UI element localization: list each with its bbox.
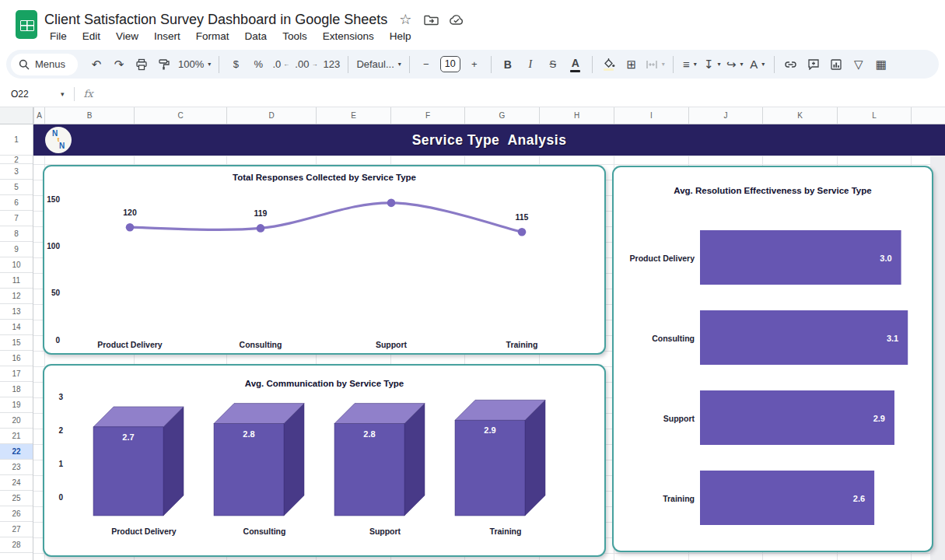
row-header-7[interactable]: 7: [0, 211, 33, 226]
row-header-22[interactable]: 22: [0, 444, 33, 460]
row-header-20[interactable]: 20: [0, 413, 33, 429]
column-header-E[interactable]: E: [316, 107, 390, 124]
menu-file[interactable]: File: [44, 29, 72, 44]
column-header-G[interactable]: G: [464, 107, 539, 124]
chart-total-responses[interactable]: Total Responses Collected by Service Typ…: [43, 165, 606, 355]
strikethrough-icon[interactable]: S: [544, 54, 562, 75]
document-title[interactable]: Client Satisfaction Survey Dashboard in …: [44, 12, 387, 28]
row-header-14[interactable]: 14: [0, 320, 33, 335]
menu-insert[interactable]: Insert: [149, 29, 186, 44]
column-header-D[interactable]: D: [226, 107, 316, 124]
cat-text: Support: [663, 414, 695, 423]
row-header-26[interactable]: 26: [0, 506, 33, 522]
cat-text: Training: [663, 494, 695, 503]
row-header-28[interactable]: 28: [0, 537, 33, 553]
increase-decimal-icon[interactable]: .00→: [295, 54, 317, 75]
row-header-2[interactable]: 2: [0, 156, 33, 164]
row-header-16[interactable]: 16: [0, 351, 33, 366]
dashboard-banner[interactable]: N t N Service Type Analysis: [33, 124, 945, 156]
italic-icon[interactable]: I: [522, 54, 539, 75]
row-header-5[interactable]: 5: [0, 180, 33, 195]
row-header-21[interactable]: 21: [0, 429, 33, 444]
row-header-15[interactable]: 15: [0, 335, 33, 351]
cellref-dropdown-icon[interactable]: ▾: [61, 90, 65, 98]
insert-link-icon[interactable]: [782, 54, 800, 75]
insert-comment-icon[interactable]: [805, 54, 822, 75]
cloud-status-icon[interactable]: [449, 12, 464, 27]
star-icon[interactable]: ☆: [397, 12, 413, 27]
row-header-10[interactable]: 10: [0, 257, 33, 273]
text-wrap-icon[interactable]: ↪▾: [726, 54, 744, 75]
undo-icon[interactable]: ↶: [88, 54, 105, 75]
bold-icon[interactable]: B: [499, 54, 516, 75]
print-icon[interactable]: [133, 54, 150, 75]
decrease-decimal-icon[interactable]: .0←: [272, 54, 289, 75]
menu-edit[interactable]: Edit: [77, 29, 106, 44]
format-currency-icon[interactable]: $: [227, 54, 244, 75]
text-color-icon[interactable]: A: [567, 54, 584, 75]
paint-format-icon[interactable]: [156, 54, 173, 75]
column-header-L[interactable]: L: [837, 107, 911, 124]
menu-tools[interactable]: Tools: [277, 29, 313, 44]
row-header-11[interactable]: 11: [0, 273, 33, 289]
text-rotation-icon[interactable]: A▾: [749, 54, 766, 75]
row-header-18[interactable]: 18: [0, 382, 33, 397]
tick-text: 0: [58, 493, 63, 502]
toolbar-divider: [348, 56, 348, 73]
column-header-I[interactable]: I: [614, 107, 688, 124]
menu-format[interactable]: Format: [191, 29, 235, 44]
tick-text: 50: [51, 289, 61, 297]
toolbar: Menus↶↷100%▾$%.0←.00→123Defaul...▾−10+BI…: [6, 50, 939, 79]
increase-font-size-icon[interactable]: +: [466, 54, 483, 75]
row-header-9[interactable]: 9: [0, 242, 33, 257]
sheet-grid[interactable]: 1235678910111213141516171819202122232425…: [0, 124, 945, 560]
row-header-23[interactable]: 23: [0, 460, 33, 475]
cell-reference-box[interactable]: O22: [11, 89, 56, 100]
row-header-24[interactable]: 24: [0, 475, 33, 491]
chart-avg-communication[interactable]: Avg. Communication by Service Type 01232…: [43, 364, 606, 557]
column-header-F[interactable]: F: [390, 107, 464, 124]
select-all-corner[interactable]: [0, 107, 33, 124]
redo-icon[interactable]: ↷: [110, 54, 128, 75]
row-header-25[interactable]: 25: [0, 491, 33, 506]
val-text: 3.0: [880, 254, 891, 263]
row-header-6[interactable]: 6: [0, 195, 33, 211]
column-header-A[interactable]: A: [33, 107, 44, 124]
row-header-3[interactable]: 3: [0, 164, 33, 180]
horizontal-align-icon[interactable]: ≡▾: [681, 54, 698, 75]
sheets-logo[interactable]: [16, 10, 37, 39]
menu-data[interactable]: Data: [240, 29, 273, 44]
number-format-button[interactable]: 123: [323, 54, 340, 75]
row-header-19[interactable]: 19: [0, 397, 33, 413]
zoom-select[interactable]: 100%▾: [178, 54, 211, 75]
menu-view[interactable]: View: [110, 29, 144, 44]
column-header-H[interactable]: H: [539, 107, 614, 124]
font-size-input[interactable]: 10: [440, 54, 460, 75]
row-header-8[interactable]: 8: [0, 226, 33, 242]
table-icon[interactable]: ▦: [873, 54, 890, 75]
decrease-font-size-icon[interactable]: −: [418, 54, 435, 75]
dlabel-text: 120: [123, 208, 137, 217]
column-header-B[interactable]: B: [44, 107, 134, 124]
row-header-27[interactable]: 27: [0, 522, 33, 537]
column-header-J[interactable]: J: [688, 107, 762, 124]
toolbar-search[interactable]: Menus: [11, 54, 78, 75]
menu-help[interactable]: Help: [384, 29, 417, 44]
filter-icon[interactable]: ▽: [850, 54, 867, 75]
menu-extensions[interactable]: Extensions: [317, 29, 380, 44]
row-header-1[interactable]: 1: [0, 124, 33, 156]
borders-icon[interactable]: ⊞: [623, 54, 640, 75]
insert-chart-icon[interactable]: [828, 54, 845, 75]
vertical-align-icon[interactable]: ↧▾: [704, 54, 721, 75]
font-family-select[interactable]: Defaul...▾: [356, 54, 401, 75]
column-header-K[interactable]: K: [762, 107, 837, 124]
column-header-C[interactable]: C: [134, 107, 226, 124]
column-header-partial[interactable]: [911, 107, 945, 124]
move-folder-icon[interactable]: [423, 12, 439, 27]
fill-color-icon[interactable]: [600, 54, 618, 75]
row-header-12[interactable]: 12: [0, 289, 33, 304]
format-percent-icon[interactable]: %: [250, 54, 267, 75]
row-header-17[interactable]: 17: [0, 366, 33, 382]
chart-avg-resolution[interactable]: Avg. Resolution Effectiveness by Service…: [612, 166, 933, 552]
row-header-13[interactable]: 13: [0, 304, 33, 320]
